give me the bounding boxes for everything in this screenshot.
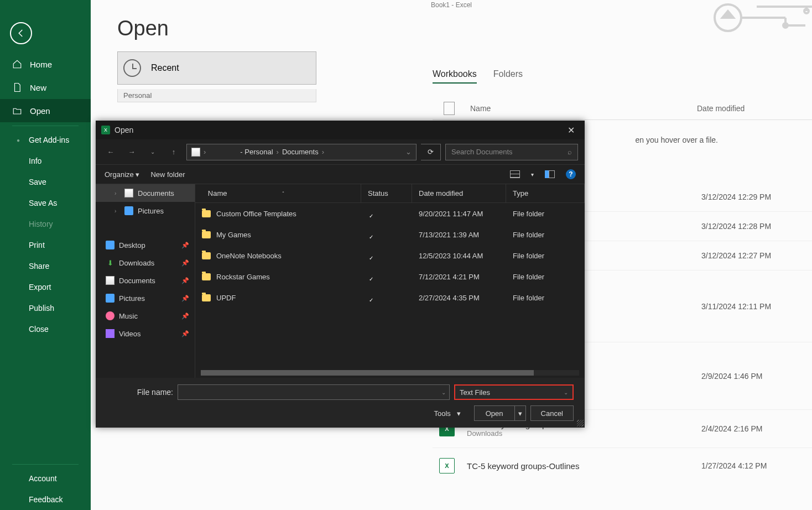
tree-downloads[interactable]: ⬇Downloads📌 bbox=[96, 254, 195, 272]
sidebar-home-label: Home bbox=[30, 60, 52, 69]
view-mode-button[interactable] bbox=[510, 170, 520, 178]
nav-back-button[interactable]: ← bbox=[102, 144, 119, 160]
open-button[interactable]: Open▾ bbox=[474, 405, 526, 421]
preview-pane-button[interactable] bbox=[545, 170, 555, 178]
file-date: 3/12/2024 12:28 PM bbox=[701, 222, 812, 231]
chevron-icon: › bbox=[204, 148, 206, 156]
chevron-down-icon[interactable]: ⌄ bbox=[405, 148, 412, 156]
sidebar-new[interactable]: New bbox=[0, 76, 91, 99]
organize-button[interactable]: Organize ▾ bbox=[105, 170, 139, 179]
file-item[interactable]: Rockstar Games7/12/2021 4:21 PMFile fold… bbox=[195, 266, 585, 287]
tree-pictures2[interactable]: Pictures📌 bbox=[96, 289, 195, 307]
desktop-icon bbox=[106, 241, 114, 249]
horizontal-scrollbar[interactable] bbox=[201, 370, 579, 376]
nav-up-button[interactable]: ↑ bbox=[165, 144, 182, 160]
sidebar-share-label: Share bbox=[29, 262, 49, 270]
folder-icon bbox=[202, 231, 211, 238]
tab-workbooks[interactable]: Workbooks bbox=[433, 69, 477, 84]
back-button[interactable] bbox=[10, 22, 32, 44]
documents-icon bbox=[124, 189, 133, 197]
sidebar-addins-label: Get Add-ins bbox=[29, 136, 69, 144]
hover-hint: en you hover over a file. bbox=[636, 136, 718, 144]
pin-icon[interactable]: 📌 bbox=[181, 277, 189, 284]
tree-videos[interactable]: Videos📌 bbox=[96, 325, 195, 342]
col-type[interactable]: Type bbox=[506, 184, 585, 202]
help-button[interactable]: ? bbox=[566, 169, 576, 179]
recent-card[interactable]: Recent bbox=[117, 51, 316, 85]
chevron-down-icon: ⌄ bbox=[564, 389, 568, 395]
tree-desktop[interactable]: Desktop📌 bbox=[96, 236, 195, 254]
pin-icon[interactable]: 📌 bbox=[181, 242, 189, 249]
music-icon bbox=[106, 311, 114, 320]
pin-icon[interactable]: 📌 bbox=[181, 330, 189, 337]
sidebar-saveas[interactable]: Save As bbox=[0, 192, 91, 214]
clock-icon bbox=[123, 59, 141, 77]
sidebar-share[interactable]: Share bbox=[0, 256, 91, 277]
column-header: Nameˆ Status Date modified Type bbox=[195, 184, 585, 203]
filetype-select[interactable]: Text Files ⌄ bbox=[454, 384, 574, 400]
new-folder-button[interactable]: New folder bbox=[150, 170, 185, 179]
filename-input[interactable]: ⌄ bbox=[178, 384, 450, 400]
dialog-title: Open bbox=[114, 126, 563, 134]
sidebar-save[interactable]: Save bbox=[0, 171, 91, 192]
sidebar-print-label: Print bbox=[29, 241, 45, 249]
pin-icon[interactable]: 📌 bbox=[181, 313, 189, 320]
file-item[interactable]: My Games7/13/2021 1:39 AMFile folder bbox=[195, 224, 585, 245]
col-name-label[interactable]: Name bbox=[470, 104, 697, 113]
sidebar-close[interactable]: Close bbox=[0, 319, 91, 340]
file-item[interactable]: Custom Office Templates9/20/2021 11:47 A… bbox=[195, 203, 585, 224]
recent-label: Recent bbox=[151, 63, 179, 73]
col-status[interactable]: Status bbox=[361, 184, 412, 202]
col-datemod-label[interactable]: Date modified bbox=[697, 104, 812, 113]
folder-icon bbox=[202, 210, 211, 217]
file-date: 2/4/2024 2:16 PM bbox=[701, 424, 812, 433]
tree-pictures[interactable]: ›Pictures bbox=[96, 202, 195, 220]
tab-folders[interactable]: Folders bbox=[493, 69, 523, 84]
decorative-circuit bbox=[679, 0, 812, 55]
sidebar-info-label: Info bbox=[29, 157, 41, 165]
sidebar-history-label: History bbox=[29, 220, 53, 228]
sidebar-home[interactable]: Home bbox=[0, 53, 91, 76]
tree-documents[interactable]: ›Documents bbox=[96, 184, 195, 202]
file-item[interactable]: UPDF2/27/2024 4:35 PMFile folder bbox=[195, 287, 585, 308]
sidebar-print[interactable]: Print bbox=[0, 235, 91, 256]
close-button[interactable]: ✕ bbox=[563, 124, 579, 137]
col-name[interactable]: Nameˆ bbox=[195, 184, 361, 202]
sidebar-export[interactable]: Export bbox=[0, 277, 91, 298]
sidebar-saveas-label: Save As bbox=[29, 199, 57, 207]
chevron-down-icon[interactable]: ▾ bbox=[515, 409, 525, 418]
breadcrumb-personal[interactable]: - Personal bbox=[240, 148, 273, 156]
file-item[interactable]: OneNote Notebooks12/5/2023 10:44 AMFile … bbox=[195, 245, 585, 266]
sidebar-account[interactable]: Account bbox=[0, 468, 91, 489]
nav-forward-button[interactable]: → bbox=[123, 144, 140, 160]
refresh-button[interactable]: ⟳ bbox=[421, 144, 441, 160]
file-date: 3/12/2024 12:29 PM bbox=[701, 192, 812, 201]
breadcrumb-documents[interactable]: Documents bbox=[282, 148, 319, 156]
chevron-icon: › bbox=[322, 148, 324, 156]
file-row[interactable]: X TC-5 keyword groups-Outlines 1/27/2024… bbox=[433, 448, 812, 483]
excel-app-icon: X bbox=[101, 126, 110, 134]
search-input[interactable]: Search Documents ⌕ bbox=[445, 144, 578, 160]
sidebar-open[interactable]: Open bbox=[0, 99, 91, 122]
tree-documents2[interactable]: Documents📌 bbox=[96, 272, 195, 289]
col-date[interactable]: Date modified bbox=[412, 184, 506, 202]
sidebar-history[interactable]: History bbox=[0, 214, 91, 235]
sidebar-addins[interactable]: ●Get Add-ins bbox=[0, 129, 91, 150]
pin-icon[interactable]: 📌 bbox=[181, 259, 189, 267]
backstage-sidebar: Home New Open ●Get Add-ins Info Save Sav… bbox=[0, 0, 91, 510]
cancel-button[interactable]: Cancel bbox=[530, 405, 574, 421]
videos-icon bbox=[106, 329, 114, 338]
sidebar-info[interactable]: Info bbox=[0, 150, 91, 171]
nav-history-button[interactable]: ⌄ bbox=[144, 144, 161, 160]
pin-icon[interactable]: 📌 bbox=[181, 295, 189, 302]
sidebar-feedback[interactable]: Feedback bbox=[0, 489, 91, 510]
chevron-down-icon[interactable]: ▾ bbox=[531, 171, 534, 178]
address-bar[interactable]: › - Personal › Documents › ⌄ bbox=[186, 144, 417, 160]
personal-section-label: Personal bbox=[117, 89, 316, 102]
sidebar-save-label: Save bbox=[29, 178, 46, 186]
tools-button[interactable]: Tools ▾ bbox=[434, 409, 461, 418]
resize-grip[interactable] bbox=[577, 420, 584, 426]
tree-music[interactable]: Music📌 bbox=[96, 307, 195, 325]
folder-icon bbox=[202, 294, 211, 301]
sidebar-publish[interactable]: Publish bbox=[0, 298, 91, 319]
